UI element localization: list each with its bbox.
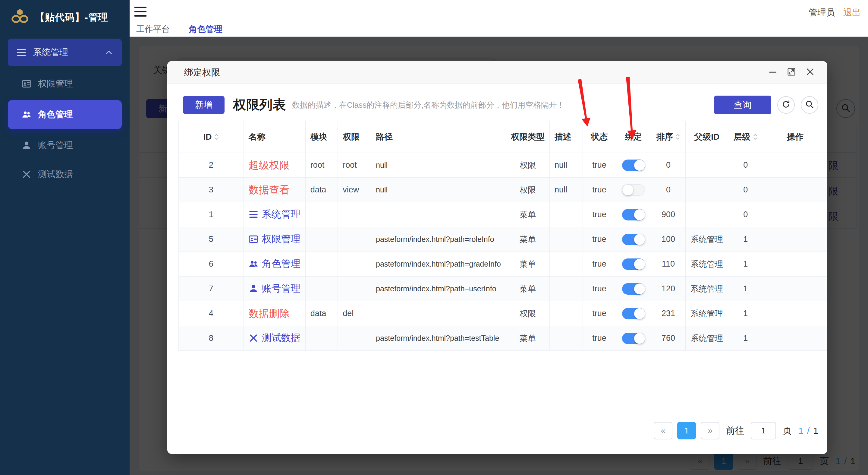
id-card-icon xyxy=(22,79,31,89)
add-permission-button[interactable]: 新增 xyxy=(183,96,224,114)
bind-toggle[interactable] xyxy=(622,308,645,319)
collapse-sidebar-button[interactable] xyxy=(134,3,153,20)
table-cell: null xyxy=(550,153,583,178)
table-cell: true xyxy=(583,276,616,301)
sidebar-group-system[interactable]: 系统管理 xyxy=(8,39,122,66)
page-1-button[interactable]: 1 xyxy=(677,422,696,439)
row-name-link[interactable]: 测试数据 xyxy=(249,331,301,345)
menu-icon xyxy=(16,47,27,58)
column-header-1[interactable]: ID xyxy=(179,121,244,153)
row-name-link[interactable]: 数据查看 xyxy=(249,183,290,197)
refresh-button[interactable] xyxy=(777,96,795,114)
search-toggle-button[interactable] xyxy=(801,96,818,114)
row-name-link[interactable]: 角色管理 xyxy=(249,257,301,270)
table-cell: 菜单 xyxy=(506,252,550,276)
table-cell xyxy=(686,202,728,227)
list-description: 数据的描述，在Class的注释的后部分,名称为数据的前部分，他们用空格隔开！ xyxy=(292,100,564,110)
logo-infinity-icon xyxy=(10,8,30,27)
table-cell: 0 xyxy=(651,178,686,202)
table-cell: 系统管理 xyxy=(686,252,728,276)
minimize-button[interactable] xyxy=(768,67,778,78)
table-cell: 菜单 xyxy=(506,326,550,351)
bind-toggle[interactable] xyxy=(622,283,645,295)
minimize-icon xyxy=(768,67,778,78)
close-button[interactable] xyxy=(805,67,815,78)
goto-page-input[interactable]: 1 xyxy=(751,422,776,439)
table-cell: 2 xyxy=(179,153,244,178)
row-name-link[interactable]: 账号管理 xyxy=(249,282,301,295)
goto-label: 前往 xyxy=(726,425,744,437)
next-page-button[interactable]: » xyxy=(701,422,719,439)
row-name-link[interactable]: 数据删除 xyxy=(249,307,290,321)
maximize-button[interactable] xyxy=(786,67,797,78)
table-cell: data xyxy=(305,301,338,326)
table-cell xyxy=(550,227,583,252)
table-cell: 120 xyxy=(651,276,686,301)
table-cell: 菜单 xyxy=(506,227,550,252)
bind-toggle[interactable] xyxy=(622,333,645,344)
chevron-up-icon xyxy=(104,48,113,57)
user-area: 管理员 退出 xyxy=(809,7,861,19)
table-cell: 3 xyxy=(179,178,244,202)
table-cell: pasteform/index.html?path=gradeInfo xyxy=(371,252,506,276)
dialog-toolbar: 新增 权限列表 数据的描述，在Class的注释的后部分,名称为数据的前部分，他们… xyxy=(183,95,818,115)
column-header-12[interactable]: 层级 xyxy=(728,121,763,153)
bind-toggle[interactable] xyxy=(622,259,645,270)
table-cell: view xyxy=(338,178,371,202)
bind-toggle[interactable] xyxy=(622,234,645,245)
table-row: 5权限管理pasteform/index.html?path=roleInfo菜… xyxy=(179,227,827,252)
table-cell: 系统管理 xyxy=(686,326,728,351)
table-cell xyxy=(763,326,827,351)
tab-workbench[interactable]: 工作平台 xyxy=(136,24,170,35)
tab-roles[interactable]: 角色管理 xyxy=(189,24,222,35)
id-card-icon xyxy=(249,234,258,244)
table-cell xyxy=(616,301,651,326)
table-cell: 5 xyxy=(179,227,244,252)
table-cell: root xyxy=(338,153,371,178)
bind-toggle[interactable] xyxy=(622,159,645,171)
prev-page-button[interactable]: « xyxy=(654,422,673,439)
expand-icon xyxy=(786,67,796,78)
table-cell: 权限 xyxy=(506,178,550,202)
column-header-10[interactable]: 排序 xyxy=(651,121,686,153)
query-button[interactable]: 查询 xyxy=(714,96,771,114)
table-row: 4数据删除datadel权限true231系统管理1 xyxy=(179,301,827,326)
bind-toggle[interactable] xyxy=(622,209,645,220)
table-cell xyxy=(763,252,827,276)
page-unit-label: 页 xyxy=(783,425,792,437)
table-cell: 测试数据 xyxy=(244,326,305,351)
table-cell: 权限管理 xyxy=(244,227,305,252)
table-cell xyxy=(616,276,651,301)
current-page: 1 xyxy=(798,425,804,436)
table-cell: 0 xyxy=(728,202,763,227)
table-cell xyxy=(305,252,338,276)
app-screen: 关键字 键入关键字进行搜索 新增 限 限 限 « 1 » 前往 1 页 xyxy=(0,0,868,475)
bind-toggle[interactable] xyxy=(622,184,645,196)
table-row: 2超级权限rootrootnull权限nulltrue00 xyxy=(179,153,827,178)
table-cell: 系统管理 xyxy=(686,301,728,326)
row-name-link[interactable]: 系统管理 xyxy=(249,208,301,221)
logout-link[interactable]: 退出 xyxy=(843,7,861,19)
sidebar-item-accounts[interactable]: 账号管理 xyxy=(0,131,130,160)
table-cell xyxy=(550,326,583,351)
table-cell: pasteform/index.html?path=testTable xyxy=(371,326,506,351)
window-controls xyxy=(768,67,815,78)
table-cell: 1 xyxy=(728,301,763,326)
row-name-link[interactable]: 超级权限 xyxy=(249,158,290,172)
row-name-link[interactable]: 权限管理 xyxy=(249,233,301,246)
table-cell xyxy=(763,227,827,252)
table-cell xyxy=(550,202,583,227)
table-cell: null xyxy=(371,153,506,178)
sidebar-item-testdata[interactable]: 测试数据 xyxy=(0,160,130,189)
table-cell xyxy=(305,326,338,351)
table-cell: 7 xyxy=(179,276,244,301)
table-cell: true xyxy=(583,178,616,202)
sidebar-item-roles[interactable]: 角色管理 xyxy=(8,100,122,129)
table-cell: true xyxy=(583,202,616,227)
column-header-8: 状态 xyxy=(583,121,616,153)
table-cell xyxy=(550,276,583,301)
sidebar-item-permissions[interactable]: 权限管理 xyxy=(0,69,130,98)
table-cell: 系统管理 xyxy=(686,276,728,301)
table-cell: data xyxy=(305,178,338,202)
table-cell xyxy=(763,153,827,178)
